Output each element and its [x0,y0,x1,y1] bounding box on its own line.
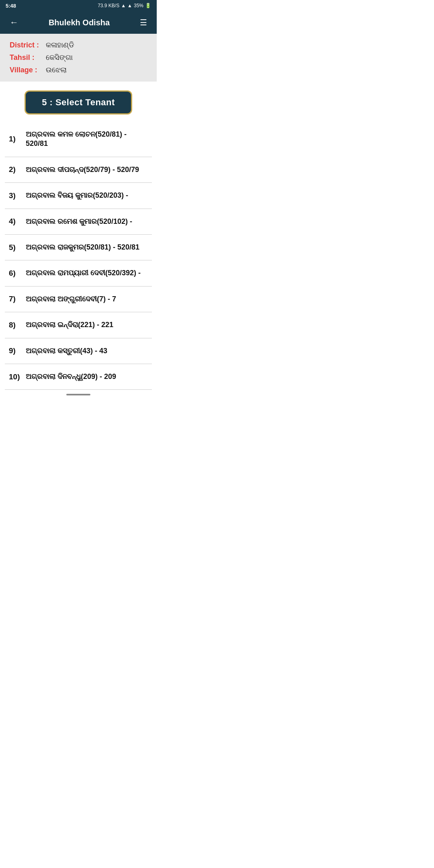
tenant-number: 9) [9,346,26,355]
back-button[interactable]: ← [6,14,22,31]
tahsil-label: Tahsil : [10,53,46,62]
section-title-container: 5 : Select Tenant [0,82,157,122]
tenant-number: 3) [9,191,26,200]
tenant-name: ଅଗ୍ରବାଲ କମଳ ଲୋଚନ(520/81) - 520/81 [26,130,148,149]
district-row: District : କଳାହାଣ୍ଡି [10,41,147,49]
list-item[interactable]: 10)ଅଗ୍ରବାଲା ଦିନବନ୍ଧୁ(209) - 209 [5,364,152,390]
tenant-number: 10) [9,373,26,381]
network-speed: 73.9 KB/S [98,3,119,8]
tenant-number: 1) [9,135,26,143]
tenant-list: 1)ଅଗ୍ରବାଲ କମଳ ଲୋଚନ(520/81) - 520/812)ଅଗ୍… [0,122,157,390]
tenant-number: 7) [9,295,26,303]
scroll-indicator [66,394,90,395]
section-title-button: 5 : Select Tenant [25,90,132,115]
tenant-number: 4) [9,217,26,226]
list-item[interactable]: 6)ଅଗ୍ରବାଲ ରାମପ୍ୟାରୀ ଦେବୀ(520/392) - [5,260,152,286]
list-item[interactable]: 1)ଅଗ୍ରବାଲ କମଳ ଲୋଚନ(520/81) - 520/81 [5,122,152,157]
list-item[interactable]: 3)ଅଗ୍ରବାଲ ବିଜୟ କୁମାର(520/203) - [5,183,152,209]
battery-icon: 🔋 [145,3,151,8]
tenant-name: ଅଗ୍ରବାଲା ଇନ୍ଦିରା(221) - 221 [26,320,113,330]
tenant-name: ଅଗ୍ରବାଲା ଦିନବନ୍ଧୁ(209) - 209 [26,372,116,381]
tenant-name: ଅଗ୍ରବାଲ ରମେଶ କୁମାର(520/102) - [26,217,132,226]
list-item[interactable]: 4)ଅଗ୍ରବାଲ ରମେଶ କୁମାର(520/102) - [5,209,152,235]
tenant-number: 6) [9,269,26,278]
tenant-name: ଅଗ୍ରବାଲ ରାଜକୁମର(520/81) - 520/81 [26,243,139,252]
tenant-name: ଅଗ୍ରବାଲ ଦୀପଚାନ୍ଦ(520/79) - 520/79 [26,165,139,174]
district-value: କଳାହାଣ୍ଡି [46,41,74,49]
village-value: ଉଝେଲା [46,66,67,74]
status-bar: 5:48 73.9 KB/S ▲ ▲ 35% 🔋 [0,0,157,11]
list-item[interactable]: 5)ଅଗ୍ରବାଲ ରାଜକୁମର(520/81) - 520/81 [5,235,152,260]
status-right-icons: 73.9 KB/S ▲ ▲ 35% 🔋 [98,3,151,8]
tahsil-value: କେସିଙ୍ଗା [46,53,73,62]
signal-icon: ▲ [127,3,132,8]
battery-percent: 35% [134,3,143,8]
tenant-number: 5) [9,243,26,252]
tenant-name: ଅଗ୍ରବାଲା କସ୍ତୁରୀ(43) - 43 [26,346,107,356]
tenant-number: 8) [9,321,26,330]
status-time: 5:48 [6,3,16,9]
list-item[interactable]: 2)ଅଗ୍ରବାଲ ଦୀପଚାନ୍ଦ(520/79) - 520/79 [5,157,152,183]
menu-button[interactable]: ☰ [137,14,150,31]
district-label: District : [10,41,46,49]
village-row: Village : ଉଝେଲା [10,66,147,74]
tahsil-row: Tahsil : କେସିଙ୍ଗା [10,53,147,62]
wifi-icon: ▲ [121,3,126,8]
list-item[interactable]: 9)ଅଗ୍ରବାଲା କସ୍ତୁରୀ(43) - 43 [5,338,152,364]
list-item[interactable]: 7)ଅଗ୍ରବାଲା ଅଙ୍ଗୁରୀଦେବୀ(7) - 7 [5,287,152,312]
app-title: Bhulekh Odisha [22,18,137,27]
tenant-number: 2) [9,165,26,174]
app-bar: ← Bhulekh Odisha ☰ [0,11,157,34]
tenant-name: ଅଗ୍ରବାଲ ବିଜୟ କୁମାର(520/203) - [26,191,128,200]
list-item[interactable]: 8)ଅଗ୍ରବାଲା ଇନ୍ଦିରା(221) - 221 [5,312,152,338]
info-section: District : କଳାହାଣ୍ଡି Tahsil : କେସିଙ୍ଗା V… [0,34,157,82]
village-label: Village : [10,66,46,74]
tenant-name: ଅଗ୍ରବାଲ ରାମପ୍ୟାରୀ ଦେବୀ(520/392) - [26,268,141,278]
tenant-name: ଅଗ୍ରବାଲା ଅଙ୍ଗୁରୀଦେବୀ(7) - 7 [26,295,116,304]
